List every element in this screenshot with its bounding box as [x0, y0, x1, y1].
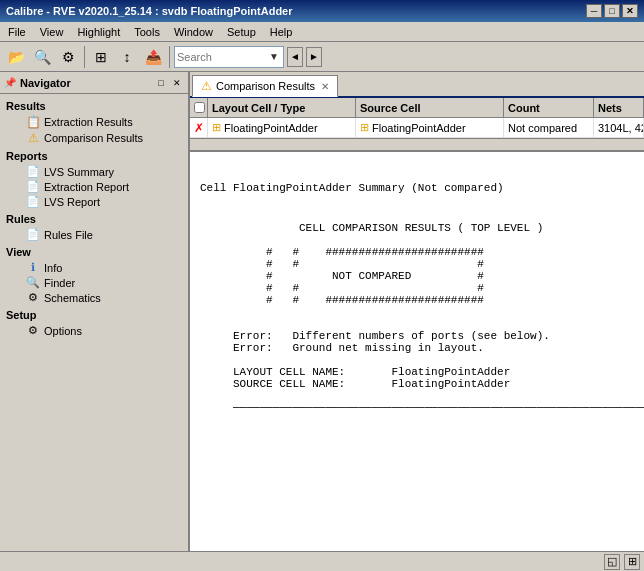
comparison-results-icon: ⚠ — [26, 131, 40, 145]
info-label: Info — [44, 262, 62, 274]
extraction-results-label: Extraction Results — [44, 116, 133, 128]
navigator-panel: 📌 Navigator □ ✕ Results 📋 Extraction Res… — [0, 72, 190, 551]
export-button[interactable]: 📤 — [141, 45, 165, 69]
options-label: Options — [44, 325, 82, 337]
results-table-area: Layout Cell / Type Source Cell Count Net… — [190, 98, 644, 138]
menu-help[interactable]: Help — [264, 24, 299, 40]
status-icon-1[interactable]: ◱ — [604, 554, 620, 570]
sidebar-item-rules-file[interactable]: 📄 Rules File — [2, 227, 186, 242]
navigator-label: Navigator — [20, 77, 71, 89]
source-cell-name: FloatingPointAdder — [372, 122, 466, 134]
settings-button[interactable]: ⚙ — [56, 45, 80, 69]
status-bar: ◱ ⊞ — [0, 551, 644, 571]
layout-cell-icon: ⊞ — [212, 121, 221, 134]
nav-section-setup: Setup ⚙ Options — [2, 307, 186, 338]
horizontal-scrollbar[interactable] — [190, 138, 644, 150]
td-status: ✗ — [190, 118, 208, 137]
pin-icon[interactable]: 📌 — [4, 77, 16, 88]
layout-cell-name: FloatingPointAdder — [224, 122, 318, 134]
nav-rules-header: Rules — [2, 211, 186, 227]
menu-window[interactable]: Window — [168, 24, 219, 40]
window-controls: ─ □ ✕ — [586, 4, 638, 18]
minimize-button[interactable]: ─ — [586, 4, 602, 18]
search-next-button[interactable]: ► — [306, 47, 322, 67]
sidebar-item-finder[interactable]: 🔍 Finder — [2, 275, 186, 290]
th-layout-cell: Layout Cell / Type — [208, 98, 356, 117]
toolbar-separator-1 — [84, 46, 85, 68]
sidebar-item-extraction-report[interactable]: 📄 Extraction Report — [2, 179, 186, 194]
th-nets: Nets — [594, 98, 644, 117]
search-toolbar-button[interactable]: 🔍 — [30, 45, 54, 69]
nav-section-view: View ℹ Info 🔍 Finder ⚙ Schematics — [2, 244, 186, 305]
sidebar-item-options[interactable]: ⚙ Options — [2, 323, 186, 338]
extraction-report-icon: 📄 — [26, 180, 40, 193]
td-nets: 3104L, 422 — [594, 118, 644, 137]
td-layout-cell: ⊞ FloatingPointAdder — [208, 118, 356, 137]
right-panel: ⚠ Comparison Results ✕ Layout Cell / Typ… — [190, 72, 644, 551]
summary-content: CELL COMPARISON RESULTS ( TOP LEVEL ) # … — [200, 222, 634, 414]
toolbar: 📂 🔍 ⚙ ⊞ ↕ 📤 ▼ ◄ ► — [0, 42, 644, 72]
nav-reports-header: Reports — [2, 148, 186, 164]
rules-file-label: Rules File — [44, 229, 93, 241]
search-box: ▼ — [174, 46, 284, 68]
sidebar-item-info[interactable]: ℹ Info — [2, 260, 186, 275]
nav-results-header: Results — [2, 98, 186, 114]
sidebar-item-comparison-results[interactable]: ⚠ Comparison Results — [2, 130, 186, 146]
th-count: Count — [504, 98, 594, 117]
summary-header: Cell FloatingPointAdder Summary (Not com… — [200, 182, 634, 194]
sidebar-item-extraction-results[interactable]: 📋 Extraction Results — [2, 114, 186, 130]
select-all-checkbox[interactable] — [194, 102, 205, 113]
title-bar: Calibre - RVE v2020.1_25.14 : svdb Float… — [0, 0, 644, 22]
search-dropdown-button[interactable]: ▼ — [267, 51, 281, 62]
maximize-button[interactable]: □ — [604, 4, 620, 18]
navigator-content: Results 📋 Extraction Results ⚠ Compariso… — [0, 94, 188, 551]
td-source-cell: ⊞ FloatingPointAdder — [356, 118, 504, 137]
tab-comparison-label: Comparison Results — [216, 80, 315, 92]
open-button[interactable]: 📂 — [4, 45, 28, 69]
toolbar-separator-2 — [169, 46, 170, 68]
search-prev-button[interactable]: ◄ — [287, 47, 303, 67]
menu-file[interactable]: File — [2, 24, 32, 40]
menu-setup[interactable]: Setup — [221, 24, 262, 40]
table-header: Layout Cell / Type Source Cell Count Net… — [190, 98, 644, 118]
finder-icon: 🔍 — [26, 276, 40, 289]
nav-section-reports: Reports 📄 LVS Summary 📄 Extraction Repor… — [2, 148, 186, 209]
schematics-icon: ⚙ — [26, 291, 40, 304]
menu-tools[interactable]: Tools — [128, 24, 166, 40]
comparison-results-label: Comparison Results — [44, 132, 143, 144]
menu-bar: File View Highlight Tools Window Setup H… — [0, 22, 644, 42]
sidebar-item-lvs-summary[interactable]: 📄 LVS Summary — [2, 164, 186, 179]
navigator-restore-button[interactable]: □ — [154, 76, 168, 90]
options-icon: ⚙ — [26, 324, 40, 337]
navigator-close-button[interactable]: ✕ — [170, 76, 184, 90]
menu-view[interactable]: View — [34, 24, 70, 40]
tab-close-button[interactable]: ✕ — [321, 81, 329, 92]
nav-setup-header: Setup — [2, 307, 186, 323]
lvs-summary-label: LVS Summary — [44, 166, 114, 178]
main-area: 📌 Navigator □ ✕ Results 📋 Extraction Res… — [0, 72, 644, 551]
source-cell-icon: ⊞ — [360, 121, 369, 134]
menu-highlight[interactable]: Highlight — [71, 24, 126, 40]
extraction-results-icon: 📋 — [26, 115, 40, 129]
error-icon: ✗ — [194, 121, 204, 135]
grid-button[interactable]: ⊞ — [89, 45, 113, 69]
close-button[interactable]: ✕ — [622, 4, 638, 18]
finder-label: Finder — [44, 277, 75, 289]
nav-section-results: Results 📋 Extraction Results ⚠ Compariso… — [2, 98, 186, 146]
tab-bar: ⚠ Comparison Results ✕ — [190, 72, 644, 98]
tab-comparison-results[interactable]: ⚠ Comparison Results ✕ — [192, 75, 338, 97]
th-source-cell: Source Cell — [356, 98, 504, 117]
arrow-button[interactable]: ↕ — [115, 45, 139, 69]
sidebar-item-lvs-report[interactable]: 📄 LVS Report — [2, 194, 186, 209]
status-icon-2[interactable]: ⊞ — [624, 554, 640, 570]
lvs-report-label: LVS Report — [44, 196, 100, 208]
nav-section-rules: Rules 📄 Rules File — [2, 211, 186, 242]
td-count: Not compared — [504, 118, 594, 137]
tab-comparison-icon: ⚠ — [201, 79, 212, 93]
table-row[interactable]: ✗ ⊞ FloatingPointAdder ⊞ FloatingPointAd… — [190, 118, 644, 138]
sidebar-item-schematics[interactable]: ⚙ Schematics — [2, 290, 186, 305]
search-input[interactable] — [177, 51, 267, 63]
th-status — [190, 98, 208, 117]
summary-area[interactable]: Cell FloatingPointAdder Summary (Not com… — [190, 150, 644, 551]
navigator-header: 📌 Navigator □ ✕ — [0, 72, 188, 94]
